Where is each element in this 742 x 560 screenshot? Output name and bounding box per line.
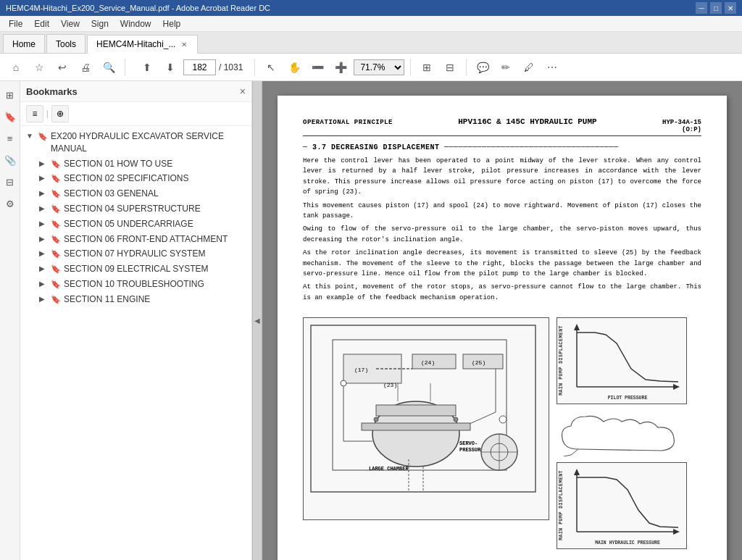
- tab-close-button[interactable]: ✕: [180, 40, 188, 49]
- tab-home[interactable]: Home: [3, 34, 45, 53]
- pdf-area[interactable]: OPERATIONAL PRINCIPLE HPV116C & 145C HYD…: [262, 81, 742, 560]
- pdf-para-1: Here the control lever has been operated…: [303, 156, 701, 198]
- tab-tools-label: Tools: [56, 39, 76, 49]
- s01-icon: 🔖: [51, 159, 61, 170]
- panel-pages-icon[interactable]: ⊟: [2, 174, 18, 190]
- print-button[interactable]: 🖨: [75, 57, 96, 78]
- panel-layers-icon[interactable]: ≡: [2, 130, 18, 146]
- menu-view[interactable]: View: [55, 17, 86, 30]
- tree-item-s09[interactable]: ▶ 🔖 SECTION 09 ELECTRICAL SYSTEM: [33, 262, 251, 277]
- pdf-para-2: This movement causes piston (17) and spo…: [303, 201, 701, 222]
- prev-page-button[interactable]: ↩: [52, 57, 72, 78]
- svg-line-36: [571, 449, 578, 455]
- tree-item-s05[interactable]: ▶ 🔖 SECTION 05 UNDERCARRIAGE: [33, 217, 251, 232]
- more-tools-button[interactable]: ⋯: [542, 57, 562, 78]
- callout-svg: [556, 413, 687, 456]
- tab-document[interactable]: HEMC4M-Hitachi_... ✕: [87, 35, 198, 54]
- tree-item-s07[interactable]: ▶ 🔖 SECTION 07 HYDRAULIC SYSTEM: [33, 246, 251, 262]
- tab-tools[interactable]: Tools: [46, 34, 86, 53]
- tree-root-item[interactable]: ▼ 🔖 EX200 HYDRAULIC EXCAVATOR SERVICE MA…: [20, 129, 251, 156]
- svg-text:SERVO-: SERVO-: [459, 440, 478, 446]
- root-bookmark-icon: 🔖: [38, 131, 48, 142]
- panel-bookmark-icon[interactable]: 🔖: [2, 109, 18, 125]
- page-number-input[interactable]: [183, 59, 216, 75]
- comment-button[interactable]: 💬: [472, 57, 493, 78]
- svg-rect-2: [343, 354, 401, 383]
- maximize-button[interactable]: □: [710, 2, 722, 14]
- svg-point-19: [374, 417, 378, 422]
- s06-label: SECTION 06 FRONT-END ATTACHMENT: [64, 233, 228, 246]
- cursor-tool-button[interactable]: ↖: [261, 57, 281, 78]
- rotate-button[interactable]: ⊟: [440, 57, 460, 78]
- panel-home-icon[interactable]: ⊞: [2, 87, 18, 103]
- svg-line-37: [564, 455, 571, 456]
- tree-item-s10[interactable]: ▶ 🔖 SECTION 10 TROUBLESHOOTING: [33, 277, 251, 292]
- pdf-para-5: At this point, movement of the rotor sto…: [303, 282, 701, 303]
- side-charts: MAIN PUMP DISPLACEMENT PILOT PRESSURE: [556, 317, 687, 549]
- chart-1: MAIN PUMP DISPLACEMENT PILOT PRESSURE: [556, 317, 687, 404]
- go-next-button[interactable]: ⬇: [160, 57, 180, 78]
- zoom-out-button[interactable]: ➖: [307, 57, 328, 78]
- tree-item-s03[interactable]: ▶ 🔖 SECTION 03 GENENAL: [33, 186, 251, 201]
- panel-attach-icon[interactable]: 📎: [2, 152, 18, 168]
- tab-document-label: HEMC4M-Hitachi_...: [96, 39, 175, 49]
- svg-marker-34: [574, 324, 580, 330]
- sidebar-expand-btn[interactable]: ⊕: [51, 105, 69, 122]
- pdf-header-center: HPV116C & 145C HYDRAULIC PUMP: [393, 117, 662, 126]
- zoom-in-button[interactable]: 🔍: [99, 57, 119, 78]
- chart2-y-label: MAIN PUMP DISPLACEMENT: [559, 470, 564, 540]
- pen-button[interactable]: ✏: [496, 57, 516, 78]
- left-panel: ⊞ 🔖 ≡ 📎 ⊟ ⚙: [0, 81, 20, 560]
- pdf-para-4: As the rotor inclination angle decreases…: [303, 248, 701, 279]
- hand-tool-button[interactable]: ✋: [284, 57, 304, 78]
- pdf-section-title: ─ 3.7 DECREASING DISPLACEMENT ──────────…: [303, 143, 701, 151]
- root-item-label: EX200 HYDRAULIC EXCAVATOR SERVICE MANUAL: [51, 130, 246, 155]
- window-controls[interactable]: ─ □ ✕: [696, 2, 736, 14]
- svg-point-15: [341, 380, 346, 386]
- minimize-button[interactable]: ─: [696, 2, 707, 14]
- sidebar-content: ▼ 🔖 EX200 HYDRAULIC EXCAVATOR SERVICE MA…: [20, 126, 251, 560]
- fit-page-button[interactable]: ⊞: [417, 57, 437, 78]
- tree-children: ▶ 🔖 SECTION 01 HOW TO USE ▶ 🔖 SECTION 02…: [20, 156, 251, 307]
- sidebar-list-btn[interactable]: ≡: [26, 105, 43, 122]
- page-navigation: ⬆ ⬇ / 1031: [137, 57, 243, 78]
- s11-label: SECTION 11 ENGINE: [64, 293, 150, 306]
- zoom-select[interactable]: 71.7% 50% 75% 100% 125% 150%: [354, 59, 404, 75]
- sidebar-close-button[interactable]: ×: [240, 85, 246, 97]
- svg-point-16: [499, 416, 507, 423]
- pdf-diagrams: (17) (24) (25) (23): [303, 317, 701, 549]
- tree-item-s02[interactable]: ▶ 🔖 SECTION 02 SPECIFICATIONS: [33, 171, 251, 186]
- separator-1: [125, 59, 125, 76]
- bookmark-button[interactable]: ☆: [29, 57, 49, 78]
- panel-tools-icon[interactable]: ⚙: [2, 196, 18, 212]
- s10-toggle: ▶: [39, 279, 49, 289]
- chart2-svg: [566, 467, 687, 546]
- home-button[interactable]: ⌂: [6, 57, 26, 78]
- separator-2: [254, 59, 255, 76]
- menu-sign[interactable]: Sign: [86, 17, 114, 30]
- zoom-in-btn[interactable]: ➕: [330, 57, 351, 78]
- highlight-button[interactable]: 🖊: [519, 57, 539, 78]
- sidebar-collapse-handle[interactable]: ◀: [252, 81, 262, 560]
- toolbar: ⌂ ☆ ↩ 🖨 🔍 ⬆ ⬇ / 1031 ↖ ✋ ➖ ➕ 71.7% 50% 7…: [0, 54, 742, 81]
- s04-label: SECTION 04 SUPERSTRUCTURE: [64, 203, 201, 215]
- menu-edit[interactable]: Edit: [28, 17, 55, 30]
- tree-item-s04[interactable]: ▶ 🔖 SECTION 04 SUPERSTRUCTURE: [33, 201, 251, 217]
- separator-4: [466, 59, 467, 76]
- menu-help[interactable]: Help: [157, 17, 187, 30]
- menu-file[interactable]: File: [3, 17, 28, 30]
- menu-window[interactable]: Window: [114, 17, 157, 30]
- s02-toggle: ▶: [39, 173, 49, 183]
- tree-item-s01[interactable]: ▶ 🔖 SECTION 01 HOW TO USE: [33, 156, 251, 172]
- s05-icon: 🔖: [51, 219, 61, 230]
- tree-item-s06[interactable]: ▶ 🔖 SECTION 06 FRONT-END ATTACHMENT: [33, 232, 251, 247]
- tree-item-s11[interactable]: ▶ 🔖 SECTION 11 ENGINE: [33, 292, 251, 307]
- go-prev-button[interactable]: ⬆: [137, 57, 157, 78]
- pdf-header-right: HYP-34A-15 (O:P): [662, 119, 701, 133]
- close-button[interactable]: ✕: [725, 2, 736, 14]
- s10-label: SECTION 10 TROUBLESHOOTING: [64, 278, 204, 291]
- svg-marker-41: [673, 529, 680, 535]
- sidebar-tools: ≡ | ⊕: [20, 102, 251, 126]
- title-bar: HEMC4M-Hitachi_Ex200_Service_Manual.pdf …: [0, 0, 742, 16]
- s09-icon: 🔖: [51, 264, 61, 275]
